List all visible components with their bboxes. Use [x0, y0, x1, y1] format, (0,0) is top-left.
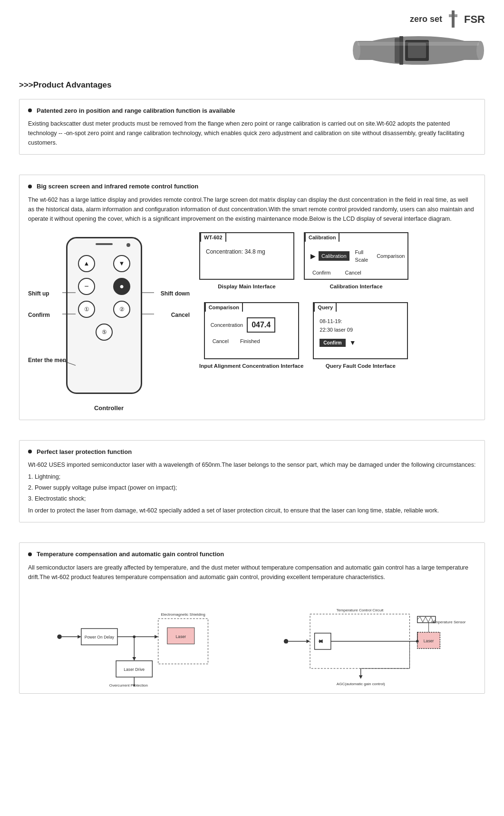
cancel-label: Cancel — [171, 311, 190, 319]
calib-confirm: Confirm — [312, 269, 331, 277]
laser-list-item-2: 2. Power supply voltage pulse impact (po… — [28, 483, 476, 492]
phone-btn-confirm[interactable]: − — [78, 278, 95, 295]
bullet-3 — [28, 450, 32, 453]
calib-option-selected: Calibration — [319, 251, 349, 261]
comparison-box: Comparison Concentration 047.4 Cancel Fi… — [204, 302, 299, 359]
controller-caption: Controller — [94, 403, 124, 413]
circuit-diagram-1: Power On Delay Laser Drive Electromagnet… — [28, 591, 245, 687]
phone-camera — [126, 243, 130, 247]
calib-option-comparison: Comparison — [374, 251, 407, 261]
svg-text:Laser Drive: Laser Drive — [124, 667, 145, 671]
query-wrap: Query 08-11-19: 22:30 laser 09 Confirm ▼… — [313, 302, 408, 370]
calibration-content: ▶ Calibration Full Scale Comparison Conf… — [307, 245, 406, 280]
controller-phone: ▲ ▼ − ● ① ② ⑤ — [66, 237, 142, 394]
svg-rect-1 — [449, 14, 452, 17]
feature-box-2: Big screen screen and infrared remote co… — [19, 175, 485, 420]
display-main-caption: Display Main Interface — [218, 283, 275, 291]
feature-1-title: Patented zero in position and range cali… — [37, 106, 235, 116]
display-main-content: Concentration: 34.8 mg — [202, 245, 291, 259]
calib-option-fullscale: Full Scale — [352, 247, 371, 265]
laser-list-item-1: 1. Lightning; — [28, 472, 476, 482]
concentration-line: Concentration: 34.8 mg — [206, 247, 288, 256]
comparison-wrap: Comparison Concentration 047.4 Cancel Fi… — [199, 302, 303, 370]
product-image — [352, 31, 485, 69]
svg-text:Electromagnetic Shielding: Electromagnetic Shielding — [161, 612, 205, 617]
enter-menu-label: Enter the menu — [28, 356, 69, 364]
calibration-tab: Calibration — [305, 232, 339, 242]
svg-rect-8 — [399, 36, 403, 65]
comparison-cancel: Cancel — [213, 337, 229, 345]
calib-cancel: Cancel — [345, 269, 361, 277]
circuit-diagram-2: Temperature Control Circuit Temperature … — [259, 591, 476, 687]
shift-up-label: Shift up — [28, 289, 49, 298]
phone-btn-center[interactable]: ● — [113, 278, 130, 295]
feature-2-title: Big screen screen and infrared remote co… — [37, 182, 198, 191]
phone-bottom-row: ⑤ — [74, 324, 134, 341]
svg-rect-2 — [455, 14, 457, 17]
svg-point-17 — [57, 634, 62, 639]
feature-3-text: Wt-602 USES imported semiconductor laser… — [28, 460, 476, 470]
svg-text:Temperature Control Circuit: Temperature Control Circuit — [336, 608, 384, 612]
svg-rect-51 — [315, 633, 331, 649]
phone-btn-shift-down[interactable]: ▼ — [113, 255, 130, 272]
display-main-box: WT-602 Concentration: 34.8 mg — [199, 232, 294, 280]
calibration-box: Calibration ▶ Calibration Full Scale Com… — [304, 232, 408, 280]
phone-btn-shift-up[interactable]: ▲ — [78, 255, 95, 272]
svg-text:Laser: Laser — [424, 638, 434, 643]
feature-box-4: Temperature compensation and automatic g… — [19, 542, 485, 694]
feature-3-text2: In order to protect the laser from damag… — [28, 506, 476, 515]
query-arrow: ▼ — [349, 338, 356, 348]
svg-marker-52 — [318, 639, 323, 643]
comparison-conc-label: Concentration — [211, 321, 243, 329]
feature-3-title: Perfect laser protection function — [37, 447, 132, 457]
svg-marker-42 — [306, 639, 310, 643]
bullet-2 — [28, 185, 32, 188]
svg-text:Overcurrent Protection: Overcurrent Protection — [109, 683, 148, 687]
phone-num-row: ① ② — [74, 301, 134, 318]
svg-rect-0 — [452, 10, 455, 28]
circuit-svg-1: Power On Delay Laser Drive Electromagnet… — [28, 591, 245, 687]
svg-point-40 — [284, 639, 289, 644]
svg-text:Temperature Sensor: Temperature Sensor — [431, 619, 465, 624]
svg-marker-19 — [78, 635, 81, 639]
query-tab: Query — [314, 302, 337, 312]
svg-marker-25 — [132, 657, 136, 661]
comparison-value: 047.4 — [247, 317, 275, 333]
comparison-caption: Input Alignment Concentration Interface — [199, 362, 303, 370]
shift-down-label: Shift down — [161, 289, 190, 298]
phone-btn-5[interactable]: ⑤ — [96, 324, 113, 341]
play-icon: ▶ — [310, 251, 316, 261]
phone-speaker — [96, 243, 113, 245]
page-title: >>>Product Advantages — [19, 79, 485, 91]
query-content: 08-11-19: 22:30 laser 09 Confirm ▼ — [316, 315, 405, 351]
query-caption: Query Fault Code Interface — [326, 362, 396, 370]
display-main-wrap: WT-602 Concentration: 34.8 mg Display Ma… — [199, 232, 294, 291]
svg-text:AGC(automatic gain control): AGC(automatic gain control) — [337, 682, 385, 686]
feature-box-3: Perfect laser protection function Wt-602… — [19, 440, 485, 523]
comparison-content: Concentration 047.4 Cancel Finished — [207, 315, 296, 348]
zero-set-label: zero set — [410, 13, 442, 26]
display-main-tab: WT-602 — [200, 232, 226, 242]
query-line1: 08-11-19: — [320, 317, 401, 325]
feature-box-1: Patented zero in position and range cali… — [19, 99, 485, 155]
svg-text:Laser: Laser — [176, 634, 186, 639]
comparison-finished: Finished — [240, 337, 260, 345]
feature-1-text: Existing backscatter dust meter products… — [28, 119, 476, 147]
query-line2: 22:30 laser 09 — [320, 326, 401, 334]
confirm-label: Confirm — [28, 311, 50, 319]
svg-text:Power On Delay: Power On Delay — [85, 635, 115, 639]
feature-2-text: The wt-602 has a large lattice display a… — [28, 195, 476, 224]
calibration-wrap: Calibration ▶ Calibration Full Scale Com… — [304, 232, 408, 291]
query-box: Query 08-11-19: 22:30 laser 09 Confirm ▼ — [313, 302, 408, 359]
phone-top-row: ▲ ▼ — [74, 255, 134, 272]
query-confirm-btn[interactable]: Confirm — [320, 339, 345, 347]
zero-set-icon — [446, 10, 460, 29]
fsr-label: FSR — [464, 11, 485, 27]
bullet-4 — [28, 552, 32, 556]
phone-middle-row: − ● — [74, 278, 134, 295]
phone-btn-2[interactable]: ② — [113, 301, 130, 318]
phone-btn-1[interactable]: ① — [78, 301, 95, 318]
circuit-svg-2: Temperature Control Circuit Temperature … — [259, 591, 476, 687]
calibration-caption: Calibration Interface — [330, 283, 382, 291]
feature-4-text: All semiconductor lasers are greatly aff… — [28, 563, 476, 582]
